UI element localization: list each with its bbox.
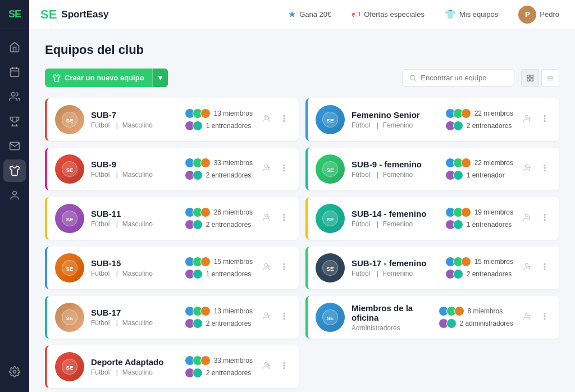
add-member-button-sub7[interactable] xyxy=(259,112,273,127)
svg-point-62 xyxy=(544,214,545,215)
team-card-fem-sub17[interactable]: SESUB-17 - femeninoFútbolFemenino 15 mie… xyxy=(305,247,559,289)
more-options-button-sub11[interactable] xyxy=(277,211,291,226)
team-coaches-row-sub7: 1 entrenadores xyxy=(185,121,252,131)
create-dropdown-arrow[interactable]: ▾ xyxy=(152,69,168,87)
svg-point-80 xyxy=(544,269,545,270)
team-sport-sub11: Fútbol xyxy=(91,220,118,228)
grid-view-button[interactable] xyxy=(521,69,539,87)
team-card-oficina[interactable]: SEMiembros de la oficinaAdministradores … xyxy=(305,296,559,339)
team-card-sub7[interactable]: SESUB-7FútbolMasculino 13 miembros 1 ent… xyxy=(45,98,299,141)
svg-text:SE: SE xyxy=(66,167,74,173)
members-avatars-deporte xyxy=(185,355,211,366)
team-stats-fem-senior: 22 miembros 2 entrenadores xyxy=(445,108,513,131)
add-member-button-sub9[interactable] xyxy=(259,161,273,177)
create-team-main[interactable]: Crear un nuevo equipo xyxy=(45,69,152,87)
team-actions-fem-senior xyxy=(520,112,551,127)
more-options-button-sub7[interactable] xyxy=(277,112,291,127)
topnav-offers[interactable]: 🏷 Ofertas especiales xyxy=(347,7,429,22)
topnav-earn[interactable]: ★ Gana 20€ xyxy=(284,7,336,22)
coaches-count-fem-sub9: 1 entrenador xyxy=(467,171,505,179)
add-member-button-sub15[interactable] xyxy=(259,260,273,276)
svg-point-71 xyxy=(284,266,285,267)
svg-text:SE: SE xyxy=(66,216,74,222)
team-coaches-row-sub11: 2 entrenadores xyxy=(185,220,252,230)
more-options-button-sub15[interactable] xyxy=(277,260,291,276)
svg-point-4 xyxy=(11,93,15,97)
add-member-button-fem-sub14[interactable] xyxy=(520,211,533,226)
add-member-button-sub17[interactable] xyxy=(259,309,273,325)
team-meta-sub15: FútbolMasculino xyxy=(91,270,178,277)
svg-point-39 xyxy=(284,167,285,168)
svg-point-8 xyxy=(410,75,415,80)
more-options-button-sub9[interactable] xyxy=(277,161,291,177)
members-avatars-fem-sub14 xyxy=(445,207,471,217)
team-card-fem-senior[interactable]: SEFemenino SeniorFútbolFemenino 22 miemb… xyxy=(305,98,559,141)
page-content: Equipos del club Crear un nuevo equipo ▾ xyxy=(29,29,575,392)
topnav-user[interactable]: P Pedro xyxy=(514,3,564,26)
team-members-row-sub7: 13 miembros xyxy=(185,108,253,118)
topnav-teams[interactable]: 👕 Mis equipos xyxy=(440,7,503,22)
brand: SE SportEasy xyxy=(40,7,108,22)
svg-text:SE: SE xyxy=(66,117,74,124)
more-options-button-fem-sub17[interactable] xyxy=(538,260,551,276)
sidebar-nav xyxy=(0,29,29,361)
sidebar-item-members[interactable] xyxy=(3,85,26,108)
coaches-count-sub17: 2 entrenadores xyxy=(206,320,252,327)
search-input[interactable] xyxy=(421,74,507,82)
team-actions-oficina xyxy=(520,309,551,325)
more-options-button-oficina[interactable] xyxy=(538,309,551,325)
team-card-sub17[interactable]: SESUB-17FútbolMasculino 13 miembros 2 en… xyxy=(45,296,299,339)
sidebar-item-home[interactable] xyxy=(3,36,26,58)
topnav-offers-label: Ofertas especiales xyxy=(364,10,425,19)
team-info-fem-sub14: SUB-14 - femeninoFútbolFemenino xyxy=(352,209,439,228)
user-name: Pedro xyxy=(540,10,559,19)
members-count-sub17: 13 miembros xyxy=(214,307,253,315)
sidebar-item-shirt[interactable] xyxy=(3,159,26,182)
team-card-sub9[interactable]: SESUB-9FútbolMasculino 33 miembros 2 ent… xyxy=(45,148,299,190)
list-view-button[interactable] xyxy=(541,69,559,87)
team-card-fem-sub14[interactable]: SESUB-14 - femeninoFútbolFemenino 19 mie… xyxy=(305,197,559,240)
teams-grid: SESUB-7FútbolMasculino 13 miembros 1 ent… xyxy=(45,98,559,388)
add-member-button-fem-sub9[interactable] xyxy=(520,161,533,177)
sidebar-item-calendar[interactable] xyxy=(3,61,26,83)
svg-point-99 xyxy=(264,362,267,365)
add-member-button-oficina[interactable] xyxy=(520,309,533,325)
team-name-fem-sub14: SUB-14 - femenino xyxy=(352,209,439,218)
create-team-button[interactable]: Crear un nuevo equipo ▾ xyxy=(45,69,168,87)
team-info-sub15: SUB-15FútbolMasculino xyxy=(91,258,178,277)
svg-text:SE: SE xyxy=(66,364,74,371)
team-avatar-oficina: SE xyxy=(316,303,345,332)
team-info-sub9: SUB-9FútbolMasculino xyxy=(91,159,178,179)
add-member-button-fem-senior[interactable] xyxy=(520,112,533,127)
more-options-button-fem-sub14[interactable] xyxy=(538,211,551,226)
team-card-fem-sub9[interactable]: SESUB-9 - femeninoFútbolFemenino 22 miem… xyxy=(305,148,559,190)
add-member-button-deporte[interactable] xyxy=(259,359,273,375)
more-options-button-sub17[interactable] xyxy=(277,309,291,325)
more-options-button-deporte[interactable] xyxy=(277,359,291,375)
team-stats-sub7: 13 miembros 1 entrenadores xyxy=(185,108,253,131)
svg-point-43 xyxy=(525,165,528,167)
team-meta-sub7: FútbolMasculino xyxy=(91,121,178,129)
add-member-button-sub11[interactable] xyxy=(259,211,273,226)
user-avatar: P xyxy=(518,6,536,24)
add-member-button-fem-sub17[interactable] xyxy=(520,260,533,276)
team-name-fem-senior: Femenino Senior xyxy=(352,110,439,120)
coaches-avatars-sub7 xyxy=(185,121,203,131)
members-count-sub11: 26 miembros xyxy=(214,208,253,216)
team-sport-sub15: Fútbol xyxy=(91,270,118,277)
more-options-button-fem-sub9[interactable] xyxy=(538,161,551,177)
team-card-sub11[interactable]: SESUB-11FútbolMasculino 26 miembros 2 en… xyxy=(45,197,299,240)
sidebar-item-settings[interactable] xyxy=(3,361,26,383)
coaches-count-fem-sub14: 1 entrenadores xyxy=(467,221,512,229)
members-avatars-sub11 xyxy=(185,207,211,217)
sidebar-item-mail[interactable] xyxy=(3,135,26,157)
team-meta-fem-sub14: FútbolFemenino xyxy=(352,220,439,228)
sidebar-item-profile[interactable] xyxy=(3,184,26,207)
team-card-sub15[interactable]: SESUB-15FútbolMasculino 15 miembros 1 en… xyxy=(45,247,299,289)
svg-point-87 xyxy=(284,316,285,317)
team-sport-sub17: Fútbol xyxy=(91,319,118,327)
members-count-deporte: 33 miembros xyxy=(214,357,253,364)
more-options-button-fem-senior[interactable] xyxy=(538,112,551,127)
team-card-deporte[interactable]: SEDeporte AdaptadoFútbolMasculino 33 mie… xyxy=(45,345,299,388)
sidebar-item-trophy[interactable] xyxy=(3,110,26,133)
